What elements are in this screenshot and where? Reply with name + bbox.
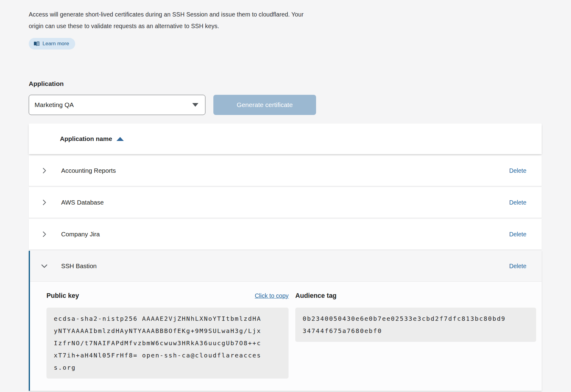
public-key-label: Public key [46,292,79,300]
public-key-column: Public key Click to copy ecdsa-sha2-nist… [46,292,289,379]
chevron-down-icon[interactable] [40,262,48,270]
book-icon [34,41,39,46]
application-select-value: Marketing QA [35,101,74,109]
delete-button[interactable]: Delete [509,231,526,238]
audience-tag-label: Audience tag [295,292,337,300]
applications-table: Application name Accounting Reports Dele… [29,124,542,391]
application-row-name: Company Jira [61,231,100,238]
delete-button[interactable]: Delete [509,199,526,206]
application-name-column-header[interactable]: Application name [60,135,112,142]
application-row-name: Accounting Reports [61,167,116,174]
application-row-name: AWS Database [61,199,104,206]
certificate-detail-panel: Public key Click to copy ecdsa-sha2-nist… [30,281,542,391]
table-row: Accounting Reports Delete [29,155,542,186]
table-row-expanded: SSH Bastion Delete [30,251,542,281]
intro-text: Access will generate short-lived certifi… [29,9,311,32]
select-caret-icon [192,103,198,107]
application-row-name: SSH Bastion [61,262,97,270]
learn-more-button[interactable]: Learn more [29,38,75,50]
learn-more-label: Learn more [42,41,69,47]
delete-button[interactable]: Delete [509,263,526,270]
chevron-right-icon[interactable] [40,230,48,238]
page-content: Access will generate short-lived certifi… [29,0,542,391]
application-label: Application [29,80,542,87]
sort-ascending-icon[interactable] [116,137,124,141]
chevron-right-icon[interactable] [40,167,48,175]
certificate-controls: Marketing QA Generate certificate [29,95,542,115]
application-select[interactable]: Marketing QA [29,95,205,115]
expanded-table-row-group: SSH Bastion Delete Public key Click to c… [29,251,542,391]
table-row: AWS Database Delete [29,187,542,218]
audience-tag-column: Audience tag 0b2340050430e6e0b7ee02533e3… [295,292,536,379]
delete-button[interactable]: Delete [509,167,526,174]
table-header-row: Application name [29,124,542,154]
click-to-copy-link[interactable]: Click to copy [255,292,289,299]
table-row: Company Jira Delete [29,219,542,250]
chevron-right-icon[interactable] [40,198,48,206]
audience-tag-value[interactable]: 0b2340050430e6e0b7ee02533e3cbd2f7dfc813b… [295,308,536,342]
generate-certificate-button[interactable]: Generate certificate [213,95,316,115]
public-key-value[interactable]: ecdsa-sha2-nistp256 AAAAE2VjZHNhLXNoYTIt… [46,308,289,379]
